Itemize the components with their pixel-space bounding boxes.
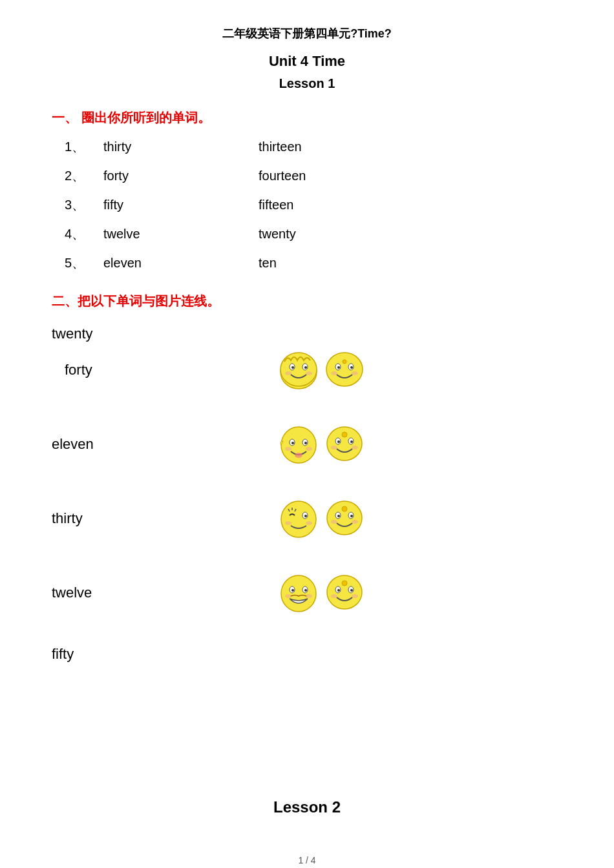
exercise-num-5: 5、: [65, 254, 103, 272]
exercise-num-2: 2、: [65, 167, 103, 185]
exercise-row: 1、 thirty thirteen: [65, 138, 562, 156]
face-svg-1a: [278, 349, 320, 391]
svg-point-30: [352, 446, 358, 450]
exercise-num-3: 3、: [65, 196, 103, 214]
section2-header: 二、把以下单词与图片连线。: [52, 293, 562, 310]
face-svg-1b: [324, 349, 366, 391]
svg-point-46: [352, 520, 358, 524]
svg-point-43: [337, 515, 340, 517]
svg-point-7: [306, 371, 312, 375]
svg-point-6: [285, 371, 291, 375]
exercise-row: 2、 forty fourteen: [65, 167, 562, 185]
svg-point-4: [291, 366, 294, 369]
svg-point-29: [331, 446, 337, 450]
svg-point-14: [352, 371, 358, 375]
exercise-row: 4、 twelve twenty: [65, 225, 562, 243]
face-svg-2b: [324, 423, 366, 465]
svg-point-32: [281, 501, 316, 537]
face-svg-3a: [278, 497, 320, 539]
image-group-2: [278, 423, 366, 465]
svg-point-53: [285, 594, 291, 598]
section1-header: 一、 圈出你所听到的单词。: [52, 109, 562, 127]
exercise-word1-4: twelve: [103, 227, 207, 242]
word-twenty: twenty: [52, 320, 181, 342]
svg-point-23: [295, 453, 302, 458]
image-group-4: [278, 572, 366, 614]
word-thirty: thirty: [52, 510, 181, 527]
svg-point-5: [304, 366, 307, 369]
svg-point-20: [304, 442, 307, 444]
svg-point-44: [350, 515, 353, 517]
lesson2-title: Lesson 2: [52, 798, 562, 816]
svg-point-62: [342, 581, 347, 586]
exercise-word2-2: fourteen: [259, 169, 306, 183]
word-eleven: eleven: [52, 436, 181, 453]
page-title: 二年级英语下册第四单元?Time?: [52, 26, 562, 41]
exercise-row: 5、 eleven ten: [65, 254, 562, 272]
svg-point-61: [352, 594, 358, 598]
svg-point-13: [331, 371, 337, 375]
face-svg-4b: [324, 572, 366, 614]
svg-point-52: [304, 589, 307, 592]
svg-point-15: [343, 360, 346, 364]
exercise-word2-3: fifteen: [259, 198, 293, 212]
exercise-word2-5: ten: [259, 256, 277, 271]
word-forty: forty: [52, 362, 181, 378]
exercise-num-1: 1、: [65, 138, 103, 156]
face-svg-4a: [278, 572, 320, 614]
svg-point-58: [337, 589, 340, 592]
word-twelve: twelve: [52, 584, 181, 601]
svg-point-22: [306, 447, 312, 451]
svg-point-12: [350, 366, 353, 369]
svg-point-11: [337, 366, 340, 369]
svg-point-27: [337, 440, 340, 443]
exercise-word1-2: forty: [103, 169, 207, 183]
face-svg-3b: [324, 497, 366, 539]
svg-point-51: [291, 589, 294, 592]
exercise-row: 3、 fifty fifteen: [65, 196, 562, 214]
exercise-word1-1: thirty: [103, 140, 207, 154]
exercise-word2-4: twenty: [259, 227, 296, 242]
svg-point-31: [342, 432, 347, 437]
svg-point-21: [285, 447, 291, 451]
svg-point-60: [331, 594, 337, 598]
exercise-word1-5: eleven: [103, 256, 207, 271]
exercise-word2-1: thirteen: [259, 140, 302, 154]
svg-point-19: [291, 442, 294, 444]
svg-point-35: [285, 521, 291, 525]
svg-point-36: [306, 521, 312, 525]
page-number: 1 / 4: [52, 855, 562, 865]
svg-point-8: [326, 353, 363, 386]
unit-title: Unit 4 Time: [52, 53, 562, 70]
svg-point-59: [350, 589, 353, 592]
image-group-1: [278, 349, 366, 391]
svg-point-45: [331, 520, 337, 524]
svg-point-28: [350, 440, 353, 443]
image-group-3: [278, 497, 366, 539]
matching-section: twenty forty: [52, 320, 562, 772]
svg-point-47: [342, 506, 347, 512]
svg-point-34: [304, 515, 307, 517]
exercise-list: 1、 thirty thirteen 2、 forty fourteen 3、 …: [52, 138, 562, 272]
lesson1-title: Lesson 1: [52, 76, 562, 91]
word-fifty: fifty: [52, 646, 181, 663]
svg-point-48: [281, 575, 316, 612]
exercise-num-4: 4、: [65, 225, 103, 243]
svg-point-54: [306, 594, 312, 598]
exercise-word1-3: fifty: [103, 198, 207, 212]
face-svg-2a: [278, 423, 320, 465]
